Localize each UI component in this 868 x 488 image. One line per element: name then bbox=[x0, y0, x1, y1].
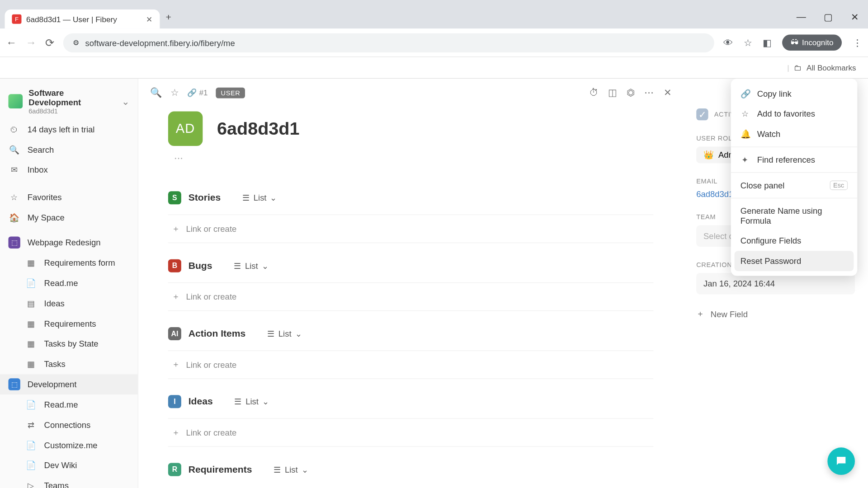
search-in-entity-icon[interactable]: 🔍 bbox=[150, 87, 162, 99]
chevron-down-icon: ⌄ bbox=[295, 329, 302, 338]
list-icon: ☰ bbox=[267, 329, 275, 338]
toggle-icon[interactable]: ⏣ bbox=[627, 87, 635, 99]
view-selector[interactable]: ☰ List ⌄ bbox=[228, 258, 275, 273]
new-tab-button[interactable]: + bbox=[160, 6, 177, 28]
forward-button[interactable]: → bbox=[26, 36, 37, 49]
chevron-down-icon: ⌄ bbox=[122, 96, 129, 107]
menu-find-references[interactable]: ✦Find references bbox=[731, 150, 858, 170]
minimize-icon[interactable]: — bbox=[797, 11, 806, 23]
sidebar-space-item[interactable]: ▦Requirements form bbox=[0, 253, 138, 273]
sidebar-space-item[interactable]: ⇄Connections bbox=[0, 415, 138, 435]
history-icon[interactable]: ⏱ bbox=[589, 87, 599, 98]
section-badge: R bbox=[168, 463, 181, 476]
link-or-create[interactable]: ＋ Link or create bbox=[168, 418, 653, 447]
window-controls: — ▢ ✕ bbox=[797, 11, 863, 28]
layout-icon[interactable]: ◫ bbox=[608, 87, 617, 99]
sidebar-space-item[interactable]: 📄Read.me bbox=[0, 394, 138, 415]
plus-icon: ＋ bbox=[172, 224, 180, 235]
browser-tab[interactable]: F 6ad8d3d1 — User | Fibery ✕ bbox=[5, 9, 160, 28]
sidebar-space-item[interactable]: ▦Requirements bbox=[0, 314, 138, 334]
trial-banner[interactable]: ⏲ 14 days left in trial bbox=[0, 119, 138, 140]
workspace-name: Software Development bbox=[28, 88, 116, 107]
star-icon: ☆ bbox=[8, 191, 20, 203]
crown-icon: 👑 bbox=[703, 150, 713, 160]
section-badge: S bbox=[168, 191, 181, 204]
browser-menu-icon[interactable]: ⋮ bbox=[853, 37, 862, 48]
sidebar-space-item[interactable]: 📄Dev Wiki bbox=[0, 455, 138, 475]
creation-date-value: Jan 16, 2024 16:44 bbox=[696, 273, 855, 294]
section-title: Stories bbox=[189, 192, 221, 203]
link-or-create[interactable]: ＋ Link or create bbox=[168, 350, 653, 379]
sidebar-space-item[interactable]: 📄Read.me bbox=[0, 273, 138, 293]
view-selector[interactable]: ☰ List ⌄ bbox=[261, 327, 308, 341]
menu-generate-name[interactable]: Generate Name using Formula bbox=[731, 201, 858, 230]
bookmark-star-icon[interactable]: ☆ bbox=[744, 37, 752, 48]
browser-toolbar: ← → ⟳ ⚙ software-development.fibery.io/f… bbox=[0, 28, 868, 57]
sidebar-space-item[interactable]: ▦Tasks bbox=[0, 354, 138, 374]
chevron-down-icon: ⌄ bbox=[262, 261, 269, 271]
sidebar-space-item[interactable]: ▷Teams bbox=[0, 475, 138, 488]
sidebar-inbox[interactable]: ✉ Inbox bbox=[0, 160, 138, 180]
menu-configure-fields[interactable]: Configure Fields bbox=[731, 230, 858, 251]
sidebar-space-item[interactable]: ▤Ideas bbox=[0, 293, 138, 314]
view-selector[interactable]: ☰ List ⌄ bbox=[268, 462, 315, 477]
sidebar-space[interactable]: ⬚Development bbox=[0, 374, 138, 394]
user-avatar: AD bbox=[168, 112, 203, 146]
collection-section: S Stories ☰ List ⌄ ＋ Link or create bbox=[168, 186, 653, 243]
link-or-create[interactable]: ＋ Link or create bbox=[168, 215, 653, 243]
menu-watch[interactable]: 🔔Watch bbox=[731, 124, 858, 144]
close-tab-icon[interactable]: ✕ bbox=[146, 14, 153, 23]
chevron-down-icon: ⌄ bbox=[302, 465, 309, 474]
collection-section: AI Action Items ☰ List ⌄ ＋ Link or creat… bbox=[168, 322, 653, 379]
sidebar-space-item[interactable]: 📄Customize.me bbox=[0, 435, 138, 455]
link-or-create[interactable]: ＋ Link or create bbox=[168, 282, 653, 311]
reload-button[interactable]: ⟳ bbox=[45, 36, 54, 49]
back-button[interactable]: ← bbox=[6, 36, 17, 49]
side-panel-icon[interactable]: ◧ bbox=[763, 37, 772, 48]
incognito-badge[interactable]: 🕶 Incognito bbox=[782, 34, 842, 51]
close-panel-icon[interactable]: ✕ bbox=[664, 87, 671, 99]
section-badge: AI bbox=[168, 327, 181, 340]
sidebar-space[interactable]: ⬚Webpage Redesign bbox=[0, 232, 138, 253]
properties-panel: ✓ ACTIVE? USER ROLE 👑 Admin EMAIL 6ad8d3… bbox=[683, 79, 868, 488]
plus-icon: ＋ bbox=[172, 359, 180, 370]
entity-actions-menu: 🔗Copy link ☆Add to favorites 🔔Watch ✦Fin… bbox=[731, 79, 858, 276]
address-bar[interactable]: ⚙ software-development.fibery.io/fibery/… bbox=[63, 33, 714, 52]
search-icon: 🔍 bbox=[8, 144, 20, 155]
workspace-switcher[interactable]: Software Development 6ad8d3d1 ⌄ bbox=[0, 84, 138, 119]
view-icon: ⇄ bbox=[25, 419, 37, 431]
menu-copy-link[interactable]: 🔗Copy link bbox=[731, 84, 858, 104]
entity-title[interactable]: 6ad8d3d1 bbox=[217, 118, 300, 139]
view-selector[interactable]: ☰ List ⌄ bbox=[236, 191, 283, 205]
sidebar-space-item[interactable]: ▦Tasks by State bbox=[0, 333, 138, 354]
sidebar-favorites[interactable]: ☆ Favorites bbox=[0, 187, 138, 207]
description-placeholder[interactable]: ··· bbox=[150, 152, 671, 175]
collection-section: R Requirements ☰ List ⌄ bbox=[168, 458, 653, 482]
site-settings-icon[interactable]: ⚙ bbox=[73, 38, 80, 47]
inbox-icon: ✉ bbox=[8, 164, 20, 176]
chevron-down-icon: ⌄ bbox=[262, 397, 269, 406]
intercom-chat-button[interactable] bbox=[827, 447, 855, 475]
maximize-icon[interactable]: ▢ bbox=[824, 11, 833, 23]
list-icon: ☰ bbox=[234, 261, 241, 271]
menu-add-favorites[interactable]: ☆Add to favorites bbox=[731, 103, 858, 124]
new-field-button[interactable]: ＋ New Field bbox=[696, 309, 855, 319]
sidebar-myspace[interactable]: 🏠 My Space bbox=[0, 207, 138, 228]
view-icon: ▷ bbox=[25, 480, 37, 488]
view-icon: ▤ bbox=[25, 297, 37, 309]
sidebar-search[interactable]: 🔍 Search bbox=[0, 140, 138, 160]
view-selector[interactable]: ☰ List ⌄ bbox=[228, 394, 275, 409]
more-actions-icon[interactable]: ⋯ bbox=[644, 87, 654, 99]
menu-close-panel[interactable]: Close panelEsc bbox=[731, 175, 858, 196]
close-window-icon[interactable]: ✕ bbox=[851, 11, 859, 23]
bell-icon: 🔔 bbox=[741, 129, 750, 139]
eye-off-icon[interactable]: 👁 bbox=[723, 37, 733, 48]
active-checkbox[interactable]: ✓ bbox=[696, 108, 708, 120]
list-icon: ☰ bbox=[234, 397, 242, 406]
menu-reset-password[interactable]: Reset Password bbox=[735, 251, 854, 271]
section-title: Bugs bbox=[189, 260, 212, 271]
workspace-subtitle: 6ad8d3d1 bbox=[28, 107, 116, 114]
entity-reference[interactable]: 🔗 #1 bbox=[187, 88, 208, 97]
all-bookmarks-button[interactable]: All Bookmarks bbox=[807, 63, 856, 72]
favorite-entity-icon[interactable]: ☆ bbox=[170, 87, 179, 99]
